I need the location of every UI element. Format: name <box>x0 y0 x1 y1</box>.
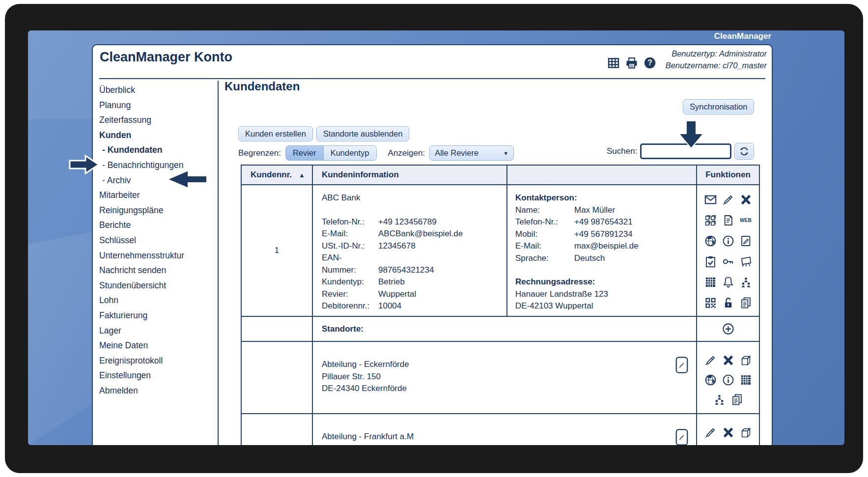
page-title: Kundendaten <box>224 80 300 93</box>
location-empty-cell <box>242 414 313 445</box>
revier-select[interactable]: Alle Reviere ▼ <box>429 145 514 161</box>
location-row: Abteilung - Eckernförde Pillauer Str. 15… <box>313 342 697 414</box>
note-card-icon[interactable] <box>674 428 689 445</box>
sidebar-nav: Überblick Planung Zeiterfassung Kunden -… <box>99 83 216 398</box>
sidebar-item-reinigungsplaene[interactable]: Reinigungspläne <box>99 203 216 218</box>
action-buttons: Kunden erstellen Standorte ausblenden <box>238 126 409 141</box>
sidebar-item-zeiterfassung[interactable]: Zeiterfassung <box>99 112 216 128</box>
info-icon[interactable] <box>721 233 735 248</box>
search-label: Suchen: <box>607 146 637 156</box>
box-icon[interactable] <box>738 353 753 367</box>
title-divider <box>99 78 765 79</box>
plus-circle-icon[interactable] <box>721 322 735 337</box>
limit-toggle-group: Revier Kundentyp <box>285 145 377 161</box>
sidebar-item-ereignisprotokoll[interactable]: Ereignisprotokoll <box>99 353 216 368</box>
note-icon[interactable] <box>738 233 753 248</box>
locations-empty-cell <box>242 317 313 342</box>
synchronisation-button[interactable]: Synchronisation <box>683 99 754 114</box>
copy-icon[interactable] <box>703 213 718 227</box>
contact-heading: Kontaktperson: <box>515 192 692 204</box>
contact-fields: Name:Max Müller Telefon-Nr.:+49 98765432… <box>515 204 692 265</box>
sidebar-item-archiv[interactable]: - Archiv <box>99 173 216 188</box>
note-card-icon[interactable] <box>674 356 689 374</box>
refresh-button[interactable] <box>734 143 754 160</box>
app-title: CleanManager Konto <box>100 50 232 65</box>
sidebar-item-meine-daten[interactable]: Meine Daten <box>99 338 216 353</box>
info-icon[interactable] <box>721 372 735 387</box>
user-name-label: Benutzername: cl70_master <box>666 59 767 71</box>
down-arrow-annotation <box>675 120 707 150</box>
contract-icon[interactable] <box>721 213 735 227</box>
customer-functions-cell: WEB <box>697 185 759 317</box>
device-bezel: CleanManager CleanManager Konto Benutzer… <box>5 4 863 473</box>
sidebar-item-einstellungen[interactable]: Einstellungen <box>99 368 216 383</box>
sidebar-divider <box>218 81 219 445</box>
mail-icon[interactable] <box>703 192 718 207</box>
sidebar-item-unternehmensstruktur[interactable]: Unternehmensstruktur <box>99 248 216 263</box>
board-icon[interactable] <box>738 254 753 269</box>
billing-heading: Rechnungsadresse: <box>515 276 692 288</box>
documents-icon[interactable] <box>729 392 744 407</box>
box-icon[interactable] <box>738 425 753 440</box>
sidebar-item-berichte[interactable]: Berichte <box>99 218 216 233</box>
customer-number: 1 <box>275 246 279 255</box>
screen-background: CleanManager CleanManager Konto Benutzer… <box>28 30 844 445</box>
printer-icon[interactable] <box>625 56 639 70</box>
spreadsheet-icon[interactable] <box>738 372 753 387</box>
edit-icon[interactable] <box>721 192 735 207</box>
sidebar-item-benachrichtigungen[interactable]: - Benachrichtigungen <box>99 158 216 173</box>
billing-line: DE-42103 Wuppertal <box>515 300 692 312</box>
sidebar-item-lager[interactable]: Lager <box>99 323 216 338</box>
brand-label: CleanManager <box>714 31 771 41</box>
sort-asc-icon: ▲ <box>299 171 305 179</box>
sidebar-item-kundendaten[interactable]: - Kundendaten <box>99 142 216 158</box>
column-header-kundeninformation: Kundeninformation <box>313 166 507 185</box>
table-icon[interactable] <box>607 56 620 70</box>
revier-select-value: Alle Reviere <box>435 148 478 158</box>
edit-icon[interactable] <box>703 425 718 440</box>
delete-icon[interactable] <box>738 192 753 207</box>
hide-locations-button[interactable]: Standorte ausblenden <box>316 126 409 141</box>
limit-option-revier[interactable]: Revier <box>286 146 323 160</box>
sidebar-item-lohn[interactable]: Lohn <box>99 293 216 308</box>
sidebar-item-fakturierung[interactable]: Fakturierung <box>99 308 216 323</box>
sidebar-item-ueberblick[interactable]: Überblick <box>99 83 216 98</box>
customer-contact-cell: Kontaktperson: Name:Max Müller Telefon-N… <box>507 185 697 317</box>
sidebar-item-planung[interactable]: Planung <box>99 98 216 113</box>
employees-icon[interactable] <box>738 275 753 289</box>
globe-icon[interactable] <box>703 445 718 445</box>
sidebar-item-nachricht-senden[interactable]: Nachricht senden <box>99 263 216 278</box>
info-icon[interactable] <box>721 445 735 445</box>
globe-icon[interactable] <box>703 233 718 248</box>
create-customer-button[interactable]: Kunden erstellen <box>238 126 313 141</box>
column-header-kundennr[interactable]: Kundennr. ▲ <box>242 166 313 185</box>
limit-option-kundentyp[interactable]: Kundentyp <box>323 146 376 160</box>
sidebar-item-mitarbeiter[interactable]: Mitarbeiter <box>99 188 216 203</box>
key-icon[interactable] <box>721 254 735 269</box>
web-icon[interactable]: WEB <box>738 213 753 227</box>
tasks-icon[interactable] <box>703 254 718 269</box>
edit-icon[interactable] <box>703 353 718 367</box>
spreadsheet-icon[interactable] <box>703 275 718 289</box>
bell-icon[interactable] <box>721 275 735 289</box>
employees-icon[interactable] <box>712 392 727 407</box>
spreadsheet-icon[interactable] <box>738 445 753 445</box>
location-functions-cell <box>697 414 759 445</box>
sidebar-item-schluessel[interactable]: Schlüssel <box>99 233 216 248</box>
app-window: CleanManager Konto Benutzertyp: Administ… <box>92 44 773 445</box>
help-icon[interactable] <box>643 56 657 70</box>
delete-icon[interactable] <box>721 353 735 367</box>
sidebar-item-abmelden[interactable]: Abmelden <box>99 383 216 398</box>
unlock-icon[interactable] <box>721 295 735 310</box>
refresh-icon <box>738 145 750 157</box>
sidebar-item-stundenuebersicht[interactable]: Stundenübersicht <box>99 278 216 293</box>
documents-icon[interactable] <box>738 295 753 310</box>
qr-code-icon[interactable] <box>703 295 718 310</box>
delete-icon[interactable] <box>721 425 735 440</box>
column-header-funktionen: Funktionen <box>697 166 759 185</box>
sidebar-item-kunden[interactable]: Kunden <box>99 128 216 143</box>
user-type-label: Benutzertyp: Administrator <box>666 48 767 59</box>
globe-icon[interactable] <box>703 372 718 387</box>
location-row: Abteilung - Frankfurt a.M Hanauer Landst… <box>313 414 697 445</box>
customer-info-cell: ABC Bank Telefon-Nr.:+49 123456789 E-Mai… <box>313 185 507 317</box>
